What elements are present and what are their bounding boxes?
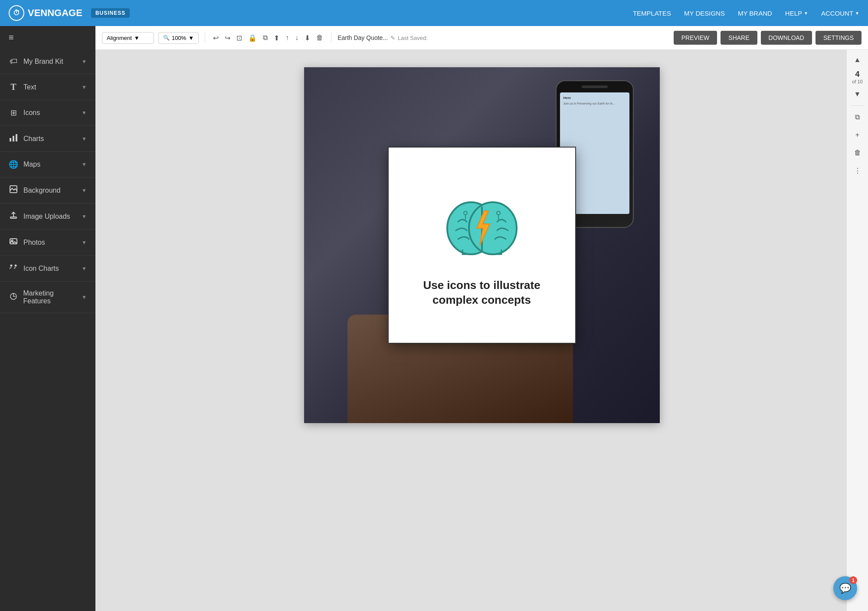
main-canvas-area: Hem Join us in Perserving our Earth for … xyxy=(95,50,868,611)
sidebar-item-icons[interactable]: ⊞ Icons ▼ xyxy=(0,100,95,126)
svg-point-7 xyxy=(10,265,13,267)
sidebar-item-background[interactable]: Background ▼ xyxy=(0,177,95,204)
toolbar-history-actions: ↩ ↪ ⊡ 🔒 ⧉ ⬆ ↑ ↓ ⬇ 🗑 xyxy=(211,32,325,44)
right-panel: ▲ 4 of 10 ▼ ⧉ + 🗑 ⋮ xyxy=(846,50,868,611)
layers-button[interactable]: ⧉ xyxy=(261,32,269,43)
sidebar-item-my-brand-kit[interactable]: 🏷 My Brand Kit ▼ xyxy=(0,49,95,74)
marketing-features-icon xyxy=(9,292,18,302)
design-canvas[interactable]: Hem Join us in Perserving our Earth for … xyxy=(304,67,660,423)
top-navigation: ⏱ VENNGAGE BUSINESS TEMPLATES MY DESIGNS… xyxy=(0,0,868,26)
chat-notification-badge: 1 xyxy=(849,576,857,584)
current-page-number: 4 xyxy=(855,70,859,79)
scroll-down-button[interactable]: ▼ xyxy=(850,86,865,102)
photos-icon xyxy=(9,237,18,247)
chevron-down-icon: ▼ xyxy=(855,11,859,16)
svg-rect-2 xyxy=(16,134,17,141)
delete-button[interactable]: 🗑 xyxy=(314,32,325,43)
card-main-text: Use icons to illustrate complex concepts xyxy=(423,278,540,308)
canvas-wrapper: Hem Join us in Perserving our Earth for … xyxy=(304,67,660,423)
toolbar-separator-2 xyxy=(331,33,331,43)
white-card[interactable]: Use icons to illustrate complex concepts xyxy=(389,148,575,343)
align-down-button[interactable]: ↓ xyxy=(293,32,300,43)
toolbar-right-actions: PREVIEW SHARE DOWNLOAD SETTINGS xyxy=(674,31,861,45)
undo-button[interactable]: ↩ xyxy=(211,32,220,44)
image-uploads-icon xyxy=(9,211,18,221)
svg-rect-0 xyxy=(10,138,11,141)
more-options-button[interactable]: ⋮ xyxy=(850,163,865,178)
chat-button[interactable]: 💬 1 xyxy=(833,576,857,600)
sidebar-item-icon-charts[interactable]: Icon Charts ▼ xyxy=(0,256,95,282)
icon-charts-icon xyxy=(9,263,18,273)
sidebar-item-maps[interactable]: 🌐 Maps ▼ xyxy=(0,152,95,177)
scroll-up-button[interactable]: ▲ xyxy=(850,52,865,68)
add-page-button[interactable]: + xyxy=(850,127,865,143)
business-badge: BUSINESS xyxy=(91,8,130,18)
logo[interactable]: ⏱ VENNGAGE xyxy=(9,5,82,21)
dropdown-arrow-icon: ▼ xyxy=(134,35,140,41)
panel-separator xyxy=(851,105,864,106)
sidebar-item-charts[interactable]: Charts ▼ xyxy=(0,126,95,152)
download-button[interactable]: DOWNLOAD xyxy=(761,31,812,45)
copy-button[interactable]: ⊡ xyxy=(235,32,244,44)
settings-button[interactable]: SETTINGS xyxy=(816,31,861,45)
align-up-button[interactable]: ↑ xyxy=(284,32,291,43)
svg-rect-4 xyxy=(10,217,16,218)
toolbar-separator xyxy=(205,33,205,43)
sidebar-label-background: Background xyxy=(23,187,60,194)
sidebar-label-icon-charts: Icon Charts xyxy=(23,265,59,273)
chat-icon: 💬 xyxy=(839,583,851,594)
sidebar-label-text: Text xyxy=(23,83,36,91)
nav-link-help[interactable]: HELP ▼ xyxy=(785,10,808,17)
share-button[interactable]: SHARE xyxy=(721,31,757,45)
chevron-down-icon: ▼ xyxy=(82,294,87,300)
nav-links: TEMPLATES MY DESIGNS MY BRAND HELP ▼ ACC… xyxy=(633,10,859,17)
sidebar-label-photos: Photos xyxy=(23,239,45,246)
sidebar-label-my-brand-kit: My Brand Kit xyxy=(23,58,63,66)
chevron-down-icon: ▼ xyxy=(82,240,87,246)
nav-link-templates[interactable]: TEMPLATES xyxy=(633,10,671,17)
sidebar-label-image-uploads: Image Uploads xyxy=(23,213,70,220)
sidebar-item-photos[interactable]: Photos ▼ xyxy=(0,230,95,256)
chevron-down-icon: ▼ xyxy=(82,214,87,220)
search-icon: 🔍 xyxy=(163,35,170,41)
zoom-dropdown[interactable]: 🔍 100% ▼ xyxy=(158,32,199,44)
document-title: Earth Day Quote... ✎ Last Saved: xyxy=(337,34,428,41)
maps-icon: 🌐 xyxy=(9,160,18,169)
chevron-down-icon: ▼ xyxy=(804,11,808,16)
logo-text: VENNGAGE xyxy=(28,7,82,19)
lock-button[interactable]: 🔒 xyxy=(246,32,259,44)
chevron-down-icon: ▼ xyxy=(82,59,87,65)
canvas-background: Hem Join us in Perserving our Earth for … xyxy=(304,67,660,423)
hamburger-menu-button[interactable]: ≡ xyxy=(0,26,95,49)
icons-icon: ⊞ xyxy=(9,108,18,118)
align-bottom-button[interactable]: ⬇ xyxy=(303,32,312,44)
alignment-dropdown[interactable]: Alignment ▼ xyxy=(102,32,154,44)
chevron-down-icon: ▼ xyxy=(82,110,87,116)
sidebar-label-icons: Icons xyxy=(23,109,40,117)
copy-page-button[interactable]: ⧉ xyxy=(850,109,865,125)
text-icon: T xyxy=(9,82,18,92)
background-icon xyxy=(9,185,18,195)
phone-notch xyxy=(582,85,608,88)
nav-link-account[interactable]: ACCOUNT ▼ xyxy=(821,10,859,17)
logo-icon: ⏱ xyxy=(9,5,24,21)
redo-button[interactable]: ↪ xyxy=(223,32,232,44)
sidebar: ≡ 🏷 My Brand Kit ▼ T Text ▼ ⊞ Icons ▼ xyxy=(0,26,95,611)
delete-page-button[interactable]: 🗑 xyxy=(850,145,865,161)
total-pages-label: of 10 xyxy=(852,79,862,84)
sidebar-item-text[interactable]: T Text ▼ xyxy=(0,74,95,100)
preview-button[interactable]: PREVIEW xyxy=(674,31,717,45)
nav-link-my-brand[interactable]: MY BRAND xyxy=(738,10,772,17)
sidebar-item-image-uploads[interactable]: Image Uploads ▼ xyxy=(0,204,95,230)
sidebar-label-maps: Maps xyxy=(23,161,40,168)
charts-icon xyxy=(9,134,18,144)
svg-rect-1 xyxy=(13,136,14,141)
chevron-down-icon: ▼ xyxy=(82,266,87,272)
align-top-button[interactable]: ⬆ xyxy=(272,32,281,44)
brand-kit-icon: 🏷 xyxy=(9,57,18,66)
nav-link-my-designs[interactable]: MY DESIGNS xyxy=(684,10,725,17)
edit-title-icon[interactable]: ✎ xyxy=(390,35,395,41)
toolbar: Alignment ▼ 🔍 100% ▼ ↩ ↪ ⊡ 🔒 ⧉ ⬆ ↑ ↓ ⬇ 🗑… xyxy=(95,26,868,50)
svg-point-11 xyxy=(469,202,517,254)
sidebar-item-marketing-features[interactable]: Marketing Features ▼ xyxy=(0,282,95,313)
